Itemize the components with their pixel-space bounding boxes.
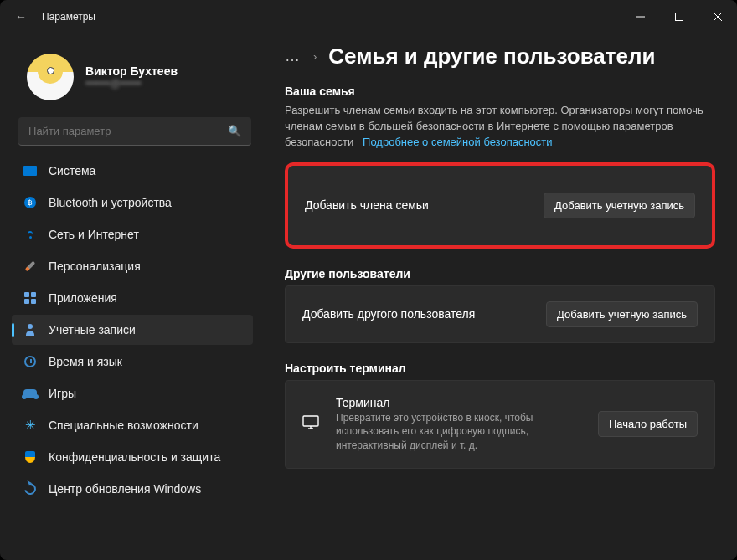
- add-other-label: Добавить другого пользователя: [302, 307, 475, 321]
- kiosk-heading: Настроить терминал: [285, 362, 715, 375]
- apps-icon: [23, 291, 37, 305]
- sidebar-item-personalization[interactable]: Персонализация: [12, 251, 253, 281]
- sidebar-item-system[interactable]: Система: [12, 156, 253, 186]
- sidebar-item-label: Учетные записи: [49, 323, 136, 337]
- svg-rect-4: [303, 416, 318, 426]
- user-info: Виктор Бухтеев •••••••@••••••: [85, 64, 178, 90]
- search-icon: 🔍: [228, 125, 241, 137]
- search-box[interactable]: 🔍: [18, 117, 251, 146]
- bluetooth-icon: ฿: [23, 196, 37, 209]
- accessibility-icon: ✳: [23, 419, 37, 432]
- search-input[interactable]: [28, 125, 228, 137]
- close-icon: [714, 13, 722, 21]
- sidebar-item-label: Центр обновления Windows: [49, 482, 201, 496]
- svg-rect-1: [676, 13, 683, 21]
- maximize-icon: [675, 13, 683, 21]
- other-heading: Другие пользователи: [285, 267, 715, 280]
- brush-icon: [23, 259, 37, 273]
- sidebar-item-label: Специальные возможности: [49, 419, 198, 432]
- sidebar-item-label: Персонализация: [49, 259, 141, 273]
- clock-icon: [23, 355, 37, 368]
- family-description: Разрешить членам семьи входить на этот к…: [285, 103, 715, 151]
- sidebar-item-label: Игры: [49, 387, 76, 400]
- sidebar-item-bluetooth[interactable]: ฿ Bluetooth и устройства: [12, 188, 253, 218]
- breadcrumb-overflow[interactable]: …: [285, 48, 302, 65]
- family-section: Ваша семья Разрешить членам семьи входит…: [285, 85, 715, 249]
- person-icon: [23, 323, 37, 337]
- titlebar-left: ← Параметры: [15, 10, 95, 23]
- window-title: Параметры: [42, 11, 95, 23]
- avatar: [27, 54, 74, 100]
- user-email: •••••••@••••••: [85, 78, 178, 90]
- main-panel: … › Семья и другие пользователи Ваша сем…: [260, 33, 737, 560]
- kiosk-start-button[interactable]: Начало работы: [598, 411, 698, 437]
- user-name: Виктор Бухтеев: [85, 64, 178, 78]
- user-block[interactable]: Виктор Бухтеев •••••••@••••••: [12, 42, 260, 117]
- window-controls: [621, 0, 737, 33]
- minimize-icon: [636, 13, 645, 21]
- system-icon: [23, 164, 37, 177]
- sidebar-item-label: Время и язык: [49, 355, 122, 368]
- sidebar-item-accounts[interactable]: Учетные записи: [12, 315, 253, 345]
- other-users-section: Другие пользователи Добавить другого пол…: [285, 267, 715, 343]
- update-icon: [23, 482, 37, 496]
- wifi-icon: [23, 228, 37, 241]
- page-title: Семья и другие пользователи: [328, 44, 655, 69]
- sidebar-item-label: Bluetooth и устройства: [49, 196, 172, 209]
- nav: Система ฿ Bluetooth и устройства Сеть и …: [12, 156, 260, 504]
- sidebar-item-windows-update[interactable]: Центр обновления Windows: [12, 474, 253, 504]
- kiosk-text: Терминал Превратите это устройство в кио…: [336, 396, 583, 453]
- sidebar: Виктор Бухтеев •••••••@•••••• 🔍 Система …: [0, 33, 260, 560]
- family-safety-link[interactable]: Подробнее о семейной безопасности: [363, 136, 553, 148]
- add-family-card: Добавить члена семьи Добавить учетную за…: [285, 162, 715, 249]
- sidebar-item-apps[interactable]: Приложения: [12, 283, 253, 313]
- kiosk-title: Терминал: [336, 396, 583, 409]
- add-family-account-button[interactable]: Добавить учетную запись: [544, 193, 695, 218]
- sidebar-item-label: Конфиденциальность и защита: [49, 450, 220, 464]
- sidebar-item-network[interactable]: Сеть и Интернет: [12, 219, 253, 249]
- kiosk-description: Превратите это устройство в киоск, чтобы…: [336, 411, 583, 453]
- family-heading: Ваша семья: [285, 85, 715, 98]
- kiosk-section: Настроить терминал Терминал Превратите э…: [285, 362, 715, 469]
- sidebar-item-time[interactable]: Время и язык: [12, 347, 253, 377]
- sidebar-item-label: Сеть и Интернет: [49, 228, 139, 241]
- maximize-button[interactable]: [660, 0, 698, 33]
- gamepad-icon: [23, 387, 37, 400]
- sidebar-item-label: Система: [49, 164, 95, 177]
- sidebar-item-accessibility[interactable]: ✳ Специальные возможности: [12, 410, 253, 440]
- add-other-user-card: Добавить другого пользователя Добавить у…: [285, 285, 715, 343]
- breadcrumb: … › Семья и другие пользователи: [285, 44, 715, 69]
- back-icon[interactable]: ←: [15, 10, 27, 23]
- sidebar-item-label: Приложения: [49, 291, 117, 305]
- add-family-label: Добавить члена семьи: [305, 198, 429, 212]
- sidebar-item-gaming[interactable]: Игры: [12, 378, 253, 408]
- close-button[interactable]: [698, 0, 737, 33]
- minimize-button[interactable]: [621, 0, 660, 33]
- titlebar: ← Параметры: [0, 0, 737, 33]
- chevron-right-icon: ›: [313, 50, 317, 63]
- shield-icon: [23, 450, 37, 464]
- monitor-icon: [302, 415, 321, 434]
- add-other-account-button[interactable]: Добавить учетную запись: [546, 301, 698, 327]
- sidebar-item-privacy[interactable]: Конфиденциальность и защита: [12, 442, 253, 472]
- content-area: Виктор Бухтеев •••••••@•••••• 🔍 Система …: [0, 33, 737, 560]
- settings-window: ← Параметры Виктор Бухтеев •••••••@•••••…: [0, 0, 737, 560]
- kiosk-card: Терминал Превратите это устройство в кио…: [285, 380, 715, 469]
